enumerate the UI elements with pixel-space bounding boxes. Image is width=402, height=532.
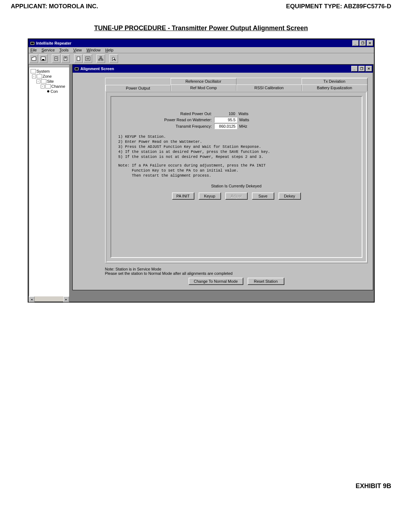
folder-icon — [41, 79, 46, 83]
page-footer: EXHIBIT 9B — [11, 482, 391, 490]
app-icon — [30, 41, 35, 46]
menu-window[interactable]: Window — [86, 48, 100, 52]
child-maximize-button[interactable]: ❐ — [358, 66, 365, 72]
instruction-line: 3) Press the ADJUST Function Key and Wai… — [118, 144, 354, 149]
rated-power-label: Rated Power Out: — [118, 112, 214, 116]
minimize-button[interactable]: _ — [352, 40, 359, 46]
horizontal-scrollbar[interactable]: ◂ ▸ — [29, 296, 69, 301]
tree-collapse-icon[interactable]: - — [32, 74, 36, 78]
find-icon[interactable] — [109, 54, 118, 63]
menu-service[interactable]: Service — [41, 48, 55, 52]
titlebar: Intellisite Repeater _ ❐ ✕ — [28, 39, 374, 47]
child-minimize-button[interactable]: _ — [351, 66, 358, 72]
save-button[interactable]: Save — [252, 192, 274, 200]
tree-collapse-icon[interactable]: - — [41, 85, 45, 88]
tree-con[interactable]: Con — [31, 89, 68, 94]
svg-rect-18 — [75, 68, 78, 70]
child-title: Alignment Screen — [81, 67, 351, 71]
rated-power-unit: Watts — [239, 112, 249, 116]
scroll-left-icon[interactable]: ◂ — [29, 296, 35, 302]
folder-icon — [37, 74, 42, 78]
tree-system[interactable]: System — [31, 69, 68, 74]
power-read-input[interactable]: 95.5 — [214, 117, 237, 123]
keyup-button[interactable]: Keyup — [199, 192, 221, 200]
power-read-label: Power Read on Wattmeter: — [118, 118, 214, 122]
read-device-icon[interactable] — [52, 54, 60, 63]
tab-reference-oscillator[interactable]: Reference Oscillator — [171, 78, 236, 85]
write-device-icon[interactable] — [61, 54, 70, 63]
instruction-line: 5) If the station is not at desired Powe… — [118, 154, 354, 159]
tree-pane: System -Zone -Site -Channe Con ◂ ▸ — [28, 64, 69, 302]
list-icon[interactable] — [83, 54, 92, 63]
tab-ref-mod-comp[interactable]: Ref Mod Comp — [171, 85, 236, 91]
open-icon[interactable] — [30, 54, 38, 63]
leaf-icon — [47, 90, 49, 92]
alignment-window: Alignment Screen _ ❐ ✕ Reference Oscilla… — [72, 64, 373, 290]
app-title: Intellisite Repeater — [36, 41, 352, 45]
tree-channel[interactable]: -Channe — [31, 84, 68, 89]
svg-rect-12 — [100, 56, 101, 58]
svg-rect-13 — [99, 59, 100, 60]
instruction-line: 2) Enter Power Read on the Wattmeter. — [118, 139, 354, 144]
svg-rect-14 — [101, 59, 103, 60]
menu-view[interactable]: View — [73, 48, 82, 52]
scroll-track[interactable] — [35, 296, 63, 301]
equipment-label: EQUIPMENT TYPE: ABZ89FC5776-D — [286, 3, 391, 10]
tree-site[interactable]: -Site — [31, 79, 68, 84]
instruction-line: 4) If the station is at desired Power, p… — [118, 149, 354, 154]
tree-zone[interactable]: -Zone — [31, 74, 68, 79]
page-title: TUNE-UP PROCEDURE - Transmitter Power Ou… — [11, 24, 391, 32]
dekey-button[interactable]: Dekey — [279, 192, 301, 200]
tab-battery-equalization[interactable]: Battery Equalization — [302, 85, 367, 91]
save-icon[interactable] — [39, 54, 48, 63]
folder-icon — [31, 69, 36, 73]
instruction-note: Function Key to set the PA to an initial… — [118, 168, 354, 173]
adjust-button: Adjust — [225, 192, 248, 200]
menu-help[interactable]: Help — [105, 48, 114, 52]
menu-tools[interactable]: Tools — [59, 48, 69, 52]
button-row: PA INIT Keyup Adjust Save Dekey — [118, 192, 354, 200]
instructions: 1) KEYUP the Station. 2) Enter Power Rea… — [118, 134, 354, 178]
tab-power-output[interactable]: Power Output — [105, 85, 171, 91]
close-button[interactable]: ✕ — [367, 40, 373, 46]
mdi-area: Alignment Screen _ ❐ ✕ Reference Oscilla… — [69, 64, 374, 302]
instruction-note: Note: If a PA Failure occurs during adju… — [118, 163, 354, 168]
child-titlebar: Alignment Screen _ ❐ ✕ — [73, 65, 373, 73]
tab-tx-deviation[interactable]: Tx Deviation — [302, 78, 367, 85]
status-text: Station Is Currently Dekeyed — [118, 184, 354, 188]
svg-rect-6 — [77, 57, 80, 60]
footer-note-1: Note: Station is in Service Mode — [105, 267, 368, 271]
reset-station-button[interactable]: Reset Station — [248, 278, 284, 285]
change-normal-mode-button[interactable]: Change To Normal Mode — [189, 278, 243, 285]
child-close-button[interactable]: ✕ — [366, 66, 372, 72]
transmit-freq-unit: MHz — [239, 124, 248, 128]
svg-rect-1 — [31, 42, 34, 44]
svg-rect-3 — [42, 59, 44, 60]
clipboard-icon[interactable] — [74, 54, 83, 63]
rated-power-value: 100 — [214, 111, 236, 116]
instruction-note: Then restart the alignment process. — [118, 173, 354, 178]
svg-rect-7 — [78, 56, 79, 57]
inner-panel: Rated Power Out: 100 Watts Power Read on… — [110, 96, 362, 258]
tree-body[interactable]: System -Zone -Site -Channe Con — [29, 67, 69, 296]
menubar: File Service Tools View Window Help — [28, 47, 374, 53]
toolbar — [28, 53, 374, 64]
power-read-unit: Watts — [239, 118, 249, 122]
footer-button-row: Change To Normal Mode Reset Station — [105, 278, 368, 285]
pa-init-button[interactable]: PA INIT — [172, 192, 194, 200]
instruction-line: 1) KEYUP the Station. — [118, 134, 354, 139]
child-window-icon — [74, 66, 79, 71]
transmit-freq-label: Transmit Frequency: — [118, 124, 214, 128]
tree-icon[interactable] — [96, 54, 105, 63]
tree-collapse-icon[interactable]: - — [36, 79, 40, 83]
footer-note-2: Please set the station to Normal Mode af… — [105, 271, 368, 276]
transmit-freq-input[interactable]: 860.0125 — [214, 123, 237, 129]
tabs-area: Reference Oscillator Tx Deviation Power … — [105, 78, 368, 263]
tab-rssi-calibration[interactable]: RSSI Calibration — [236, 85, 302, 91]
tab-panel: Rated Power Out: 100 Watts Power Read on… — [106, 92, 367, 262]
folder-icon — [45, 84, 51, 88]
maximize-button[interactable]: ❐ — [360, 40, 366, 46]
svg-line-16 — [114, 59, 116, 60]
scroll-right-icon[interactable]: ▸ — [63, 296, 69, 302]
menu-file[interactable]: File — [31, 48, 37, 52]
